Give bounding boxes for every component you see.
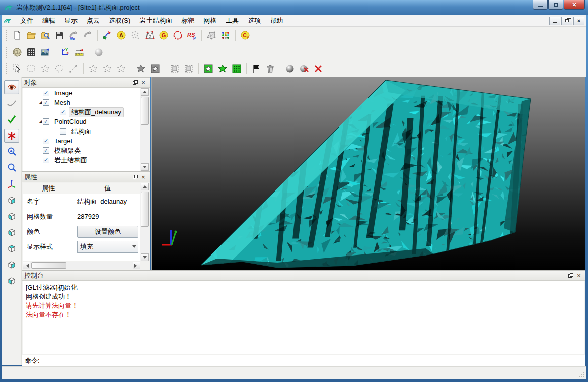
zoom-button[interactable]: [4, 161, 19, 175]
g-tool-button[interactable]: G: [157, 29, 171, 42]
tree-item-结构面[interactable]: 结构面: [23, 126, 140, 136]
select-cursor-button[interactable]: [10, 62, 24, 75]
menu-item[interactable]: 工具: [221, 15, 243, 27]
grid-view-button[interactable]: [24, 46, 38, 59]
resize-grip[interactable]: [579, 372, 585, 378]
annotation-a-button[interactable]: A: [114, 29, 128, 42]
minimize-button[interactable]: [533, 0, 548, 10]
properties-panel-close-button[interactable]: ×: [139, 174, 148, 181]
delaunay-mesh-button[interactable]: [142, 29, 157, 42]
scroll-right-icon[interactable]: [133, 262, 140, 269]
globe-mesh-button[interactable]: [10, 46, 24, 59]
crop-inside-button[interactable]: [168, 62, 182, 75]
menu-item[interactable]: 标靶: [177, 15, 199, 27]
measure-distance-button[interactable]: [72, 46, 86, 59]
properties-panel-float-button[interactable]: [131, 174, 139, 181]
delete-x-button[interactable]: [311, 62, 325, 75]
toolbar-grip[interactable]: [6, 30, 8, 41]
scrollbar-thumb[interactable]: [141, 97, 149, 125]
menu-item[interactable]: 显示: [60, 15, 82, 27]
point-cloud-dots-button[interactable]: [128, 29, 142, 42]
expander-icon[interactable]: ◢: [38, 119, 43, 124]
scrollbar-thumb[interactable]: [141, 192, 149, 227]
object-panel-float-button[interactable]: [131, 79, 139, 86]
maximize-button[interactable]: [548, 0, 563, 10]
toolbar-grip[interactable]: [6, 63, 8, 74]
zoom-label-button[interactable]: A: [4, 145, 19, 159]
properties-scrollbar-vertical[interactable]: [140, 183, 149, 261]
terrain-mesh[interactable]: [152, 77, 585, 270]
properties-scrollbar-horizontal[interactable]: [23, 262, 140, 269]
registration-button[interactable]: [100, 29, 114, 42]
menu-item[interactable]: 点云: [82, 15, 104, 27]
visibility-checkbox[interactable]: ✓: [43, 147, 49, 154]
view-cube-5-button[interactable]: [4, 258, 19, 272]
object-tree-scrollbar[interactable]: [140, 88, 149, 171]
menu-item[interactable]: 编辑: [38, 15, 60, 27]
select-rect-button[interactable]: [24, 62, 38, 75]
axes-zyx-button[interactable]: ZYX: [58, 46, 72, 59]
open-file-button[interactable]: [24, 29, 38, 42]
flag-button[interactable]: [249, 62, 263, 75]
tree-item-PointCloud[interactable]: ◢✓PointCloud: [23, 117, 140, 126]
display-style-dropdown[interactable]: 填充: [77, 241, 138, 253]
visibility-checkbox[interactable]: ✓: [43, 138, 49, 144]
visibility-eye-button[interactable]: [4, 80, 19, 94]
new-file-button[interactable]: [10, 29, 24, 42]
scroll-left-icon[interactable]: [23, 262, 30, 269]
select-star-sub-button[interactable]: [114, 62, 128, 75]
visibility-checkbox[interactable]: ✓: [43, 118, 49, 125]
tree-item-Mesh[interactable]: ◢✓Mesh: [23, 98, 140, 107]
view-cube-3-button[interactable]: [4, 225, 19, 239]
viewport-3d[interactable]: [151, 77, 585, 270]
view-cube-4-button[interactable]: [4, 241, 19, 256]
select-lasso-button[interactable]: [52, 62, 66, 75]
mdi-minimize-button[interactable]: [549, 17, 560, 25]
visibility-checkbox[interactable]: [60, 128, 66, 135]
select-line-button[interactable]: [66, 62, 81, 75]
import-file-button[interactable]: file: [66, 29, 81, 42]
sphere-delete-button[interactable]: [297, 62, 311, 75]
select-polygon-button[interactable]: [38, 62, 52, 75]
axes-triad-button[interactable]: [4, 177, 19, 191]
scroll-up-icon[interactable]: [141, 183, 149, 190]
menu-item[interactable]: 网格: [199, 15, 221, 27]
console-panel-float-button[interactable]: [567, 272, 575, 279]
visibility-checkbox[interactable]: ✓: [43, 90, 49, 96]
save-button[interactable]: [52, 29, 66, 42]
crop-outside-button[interactable]: [182, 62, 196, 75]
color-grid-button[interactable]: [218, 29, 233, 42]
menu-item[interactable]: 文件: [16, 15, 38, 27]
tree-item-模糊聚类[interactable]: ✓模糊聚类: [23, 146, 140, 155]
visibility-checkbox[interactable]: ✓: [60, 109, 66, 115]
o-tool-button[interactable]: [171, 29, 185, 42]
scrollbar-thumb[interactable]: [31, 262, 66, 269]
tree-item-Image[interactable]: ✓Image: [23, 88, 140, 98]
star-solid-button[interactable]: [134, 62, 148, 75]
menu-item[interactable]: 帮助: [265, 15, 287, 27]
tree-item-结构面_delaunay[interactable]: ✓结构面_delaunay: [23, 107, 140, 117]
scroll-down-icon[interactable]: [141, 163, 149, 171]
mesh-points-button[interactable]: [204, 29, 218, 42]
star-box-button[interactable]: [148, 62, 162, 75]
menu-item[interactable]: 选项: [243, 15, 265, 27]
menu-item[interactable]: 选取(S): [104, 15, 135, 27]
expander-icon[interactable]: ◢: [38, 100, 43, 105]
select-star-add-button[interactable]: [100, 62, 114, 75]
view-cube-1-button[interactable]: [4, 193, 19, 207]
snap-point-button[interactable]: [4, 129, 19, 143]
view-cube-2-button[interactable]: [4, 209, 19, 223]
set-color-button[interactable]: 设置颜色: [77, 226, 138, 238]
visibility-checkbox[interactable]: ✓: [43, 99, 49, 106]
close-button[interactable]: ×: [564, 0, 585, 10]
image-view-button[interactable]: [38, 46, 52, 59]
c2-tool-button[interactable]: C2: [238, 29, 252, 42]
mdi-restore-button[interactable]: [561, 17, 572, 25]
scroll-up-icon[interactable]: [141, 88, 149, 96]
sphere-dark-button[interactable]: [283, 62, 297, 75]
tree-item-岩土结构面[interactable]: ✓岩土结构面: [23, 155, 140, 165]
view-cube-6-button[interactable]: [4, 274, 19, 288]
scroll-down-icon[interactable]: [141, 253, 149, 261]
open-search-button[interactable]: [38, 29, 52, 42]
delete-trash-button[interactable]: [263, 62, 277, 75]
